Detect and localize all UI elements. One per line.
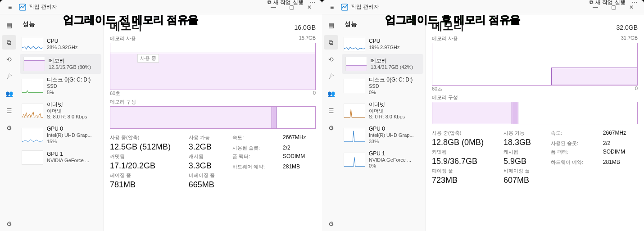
memory-spark-icon xyxy=(345,57,367,71)
chart-max: 31.7GB xyxy=(621,35,638,42)
avail-label: 사용 가능 xyxy=(189,134,225,141)
page-title: 성능 xyxy=(345,20,357,28)
cache-label: 캐시됨 xyxy=(189,153,225,160)
sidebar-item-label: GPU 1 xyxy=(47,151,89,158)
task-manager-window-after: 업그레이드 후 메모리 점유율 ≡ 작업 관리자 — ▢ ✕ ▤ ⧉ ⟲ ☄ 👥… xyxy=(322,0,644,231)
detail-memory: ⧉새 작업 실행 ··· 메모리 16.0GB 메모리 사용15.7GB 사용 … xyxy=(104,14,322,231)
speed-value: 2667MHz xyxy=(603,130,638,136)
sidebar-item-cpu[interactable]: CPU19% 2.97GHz xyxy=(340,34,425,54)
performance-icon[interactable]: ⧉ xyxy=(2,35,16,50)
sidebar-item-gpu0[interactable]: GPU 0Intel(R) UHD Grap...33% xyxy=(340,123,425,148)
axis-left: 60초 xyxy=(110,90,120,97)
processes-icon[interactable]: ▤ xyxy=(2,18,16,32)
memory-total: 16.0GB xyxy=(295,24,316,31)
chart-label: 메모리 사용 xyxy=(432,35,458,42)
app-title: 작업 관리자 xyxy=(351,3,379,11)
cache-value: 3.3GB xyxy=(189,161,225,171)
sidebar: 성능 CPU28% 3.92GHz 메모리12.5/15.7GB (80%) 디… xyxy=(18,14,104,231)
detail-title: 메모리 xyxy=(110,19,142,33)
hw-value: 281MB xyxy=(603,159,638,165)
sidebar-item-sub2: S: 8.0 R: 8.0 Kbps xyxy=(47,114,87,120)
gpu0-spark-icon xyxy=(344,128,365,142)
chart-tooltip: 사용 중 xyxy=(137,54,159,63)
speed-value: 2667MHz xyxy=(283,134,316,140)
sidebar-item-sub: NVIDIA GeForce ... xyxy=(47,158,89,164)
sidebar-item-memory[interactable]: 메모리13.4/31.7GB (42%) xyxy=(342,54,423,74)
ff-value: SODIMM xyxy=(603,149,638,155)
history-icon[interactable]: ⟲ xyxy=(2,52,16,67)
sidebar-item-ethernet[interactable]: 이더넷이더넷S: 8.0 R: 8.0 Kbps xyxy=(18,99,103,123)
cache-label: 캐시됨 xyxy=(503,149,543,155)
speed-label: 속도: xyxy=(232,134,275,141)
sidebar-item-sub: Intel(R) UHD Grap... xyxy=(47,132,92,139)
history-icon[interactable]: ⟲ xyxy=(324,52,338,67)
menu-icon[interactable]: ≡ xyxy=(326,4,338,11)
new-task-button[interactable]: ⧉새 작업 실행 xyxy=(268,0,304,6)
sidebar-item-gpu1[interactable]: GPU 1NVIDIA GeForce ...0% xyxy=(340,148,425,172)
inuse-value: 12.8GB (0MB) xyxy=(432,138,495,147)
sidebar-item-disk[interactable]: 디스크 0(G: C: D:)SSD0% xyxy=(340,74,425,99)
services-icon[interactable]: ⚙ xyxy=(324,121,338,135)
cache-value: 5.9GB xyxy=(503,157,543,166)
sidebar-item-gpu0[interactable]: GPU 0Intel(R) UHD Grap...15% xyxy=(18,123,103,148)
speed-label: 속도: xyxy=(551,130,595,136)
details-icon[interactable]: ☰ xyxy=(324,104,338,118)
commit-value: 15.9/36.7GB xyxy=(432,157,495,166)
details-icon[interactable]: ☰ xyxy=(2,104,16,118)
settings-icon[interactable]: ⚙ xyxy=(324,217,338,231)
new-task-button[interactable]: ⧉새 작업 실행 xyxy=(590,0,626,6)
hw-value: 281MB xyxy=(283,163,316,170)
commit-label: 커밋됨 xyxy=(110,153,181,160)
app-title: 작업 관리자 xyxy=(29,3,57,11)
sidebar-item-sub2: 33% xyxy=(369,139,414,145)
sidebar-item-label: CPU xyxy=(47,38,77,45)
ff-label: 폼 팩터: xyxy=(232,153,275,160)
nonpaged-label: 비페이징 풀 xyxy=(503,168,543,174)
sidebar-item-cpu[interactable]: CPU28% 3.92GHz xyxy=(18,34,103,54)
gpu0-spark-icon xyxy=(22,128,43,142)
sidebar-item-sub2: 15% xyxy=(47,139,92,145)
slots-value: 2/2 xyxy=(283,145,316,151)
cpu-spark-icon xyxy=(344,37,365,51)
processes-icon[interactable]: ▤ xyxy=(324,18,338,32)
hw-label: 하드웨어 예약: xyxy=(232,163,275,170)
sidebar-item-label: GPU 0 xyxy=(369,126,414,132)
paged-value: 781MB xyxy=(110,180,181,190)
commit-value: 17.1/20.2GB xyxy=(110,161,181,171)
more-icon[interactable]: ··· xyxy=(310,0,316,6)
sidebar-item-sub2: 5% xyxy=(47,90,91,96)
users-icon[interactable]: 👥 xyxy=(2,86,16,101)
startup-icon[interactable]: ☄ xyxy=(2,69,16,84)
sidebar-item-sub: 28% 3.92GHz xyxy=(47,45,77,51)
more-icon[interactable]: ··· xyxy=(632,0,638,6)
avail-value: 18.3GB xyxy=(503,138,543,147)
gpu1-spark-icon xyxy=(344,153,365,167)
commit-label: 커밋됨 xyxy=(432,149,495,155)
sidebar-item-gpu1[interactable]: GPU 1NVIDIA GeForce ... xyxy=(18,148,103,168)
axis-right: 0 xyxy=(313,90,316,97)
svg-rect-1 xyxy=(24,61,45,71)
chart-label: 메모리 사용 xyxy=(110,35,136,42)
menu-icon[interactable]: ≡ xyxy=(4,4,16,11)
sidebar-item-ethernet[interactable]: 이더넷이더넷S: 0 R: 8.0 Kbps xyxy=(340,99,425,123)
sidebar-item-sub: SSD xyxy=(369,83,413,90)
nonpaged-value: 607MB xyxy=(503,176,543,185)
sidebar-item-sub: NVIDIA GeForce ... xyxy=(369,157,411,163)
task-manager-window-before: 업그레이드 전 메모리 점유율 ≡ 작업 관리자 — ▢ ✕ ▤ ⧉ ⟲ ☄ 👥… xyxy=(0,0,322,231)
axis-right: 0 xyxy=(635,86,638,92)
sidebar-item-memory[interactable]: 메모리12.5/15.7GB (80%) xyxy=(20,54,101,74)
services-icon[interactable]: ⚙ xyxy=(2,121,16,135)
nav-rail: ▤ ⧉ ⟲ ☄ 👥 ☰ ⚙ ⚙ xyxy=(322,14,340,231)
disk-spark-icon xyxy=(344,79,365,93)
slots-label: 사용된 슬롯: xyxy=(551,140,595,147)
performance-icon[interactable]: ⧉ xyxy=(324,35,338,50)
nonpaged-value: 665MB xyxy=(189,180,225,190)
disk-spark-icon xyxy=(22,79,43,93)
cpu-spark-icon xyxy=(22,37,43,51)
startup-icon[interactable]: ☄ xyxy=(324,69,338,84)
sidebar-item-disk[interactable]: 디스크 0(G: C: D:)SSD5% xyxy=(18,74,103,99)
axis-left: 60초 xyxy=(432,86,442,92)
users-icon[interactable]: 👥 xyxy=(324,86,338,101)
memory-total: 32.0GB xyxy=(617,24,638,31)
settings-icon[interactable]: ⚙ xyxy=(2,217,16,231)
